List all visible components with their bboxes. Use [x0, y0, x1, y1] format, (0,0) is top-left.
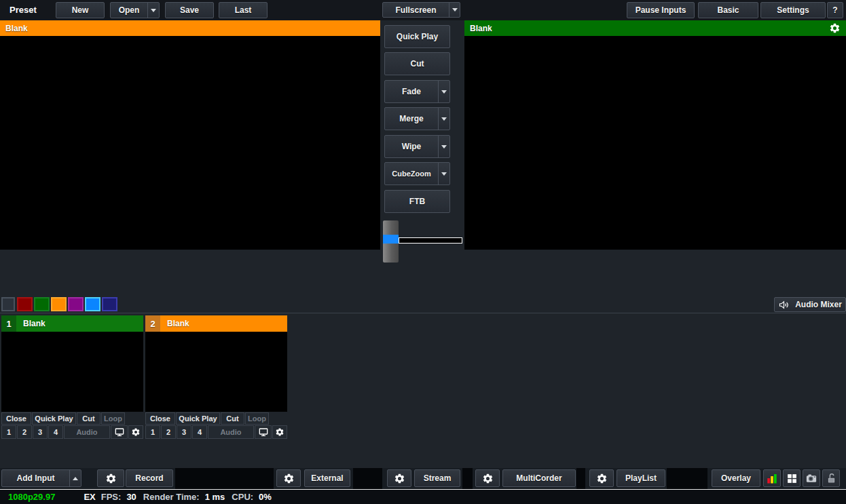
preview-window[interactable]: Blank: [0, 20, 380, 250]
bottom-toolbar: Add Input Record External Stream MultiCo…: [0, 468, 846, 489]
input-2-fullscreen-monitor-button[interactable]: [255, 425, 272, 439]
audio-levels-button[interactable]: [763, 469, 781, 487]
program-window[interactable]: Blank: [464, 20, 846, 250]
top-toolbar: Preset New Open Save Last Fullscreen Pau…: [0, 0, 846, 20]
color-swatch-navy[interactable]: [102, 297, 117, 311]
pause-inputs-button[interactable]: Pause Inputs: [627, 2, 695, 18]
input-1-video-thumbnail[interactable]: [1, 332, 143, 412]
color-swatch-purple[interactable]: [68, 297, 84, 311]
record-button[interactable]: Record: [126, 469, 173, 487]
input-2-settings-button[interactable]: [272, 425, 287, 439]
input-1-number: 1: [1, 315, 16, 332]
merge-label: Merge: [385, 114, 438, 123]
input-2-video-thumbnail[interactable]: [145, 332, 287, 412]
fps-value: 30: [126, 492, 136, 502]
wipe-button[interactable]: Wipe: [384, 135, 450, 158]
input-2-title-bar[interactable]: 2 Blank: [145, 315, 287, 332]
chevron-down-icon: [441, 117, 447, 121]
input-1-overlay-2-button[interactable]: 2: [17, 425, 32, 439]
chevron-down-icon: [441, 172, 447, 176]
input-2-cut-button[interactable]: Cut: [221, 412, 244, 425]
input-2-overlay-3-button[interactable]: 3: [177, 425, 191, 439]
external-button[interactable]: External: [304, 469, 350, 487]
output-resolution-label[interactable]: 1080p29.97: [8, 492, 55, 502]
color-swatch-red[interactable]: [17, 297, 33, 311]
audio-mixer-label: Audio Mixer: [795, 300, 842, 309]
input-2-loop-button[interactable]: Loop: [245, 412, 269, 425]
fade-dropdown[interactable]: [438, 81, 449, 102]
gear-icon: [596, 473, 608, 484]
input-1-settings-button[interactable]: [128, 425, 143, 439]
stream-settings-button[interactable]: [387, 469, 411, 487]
merge-dropdown[interactable]: [438, 108, 449, 130]
fade-button[interactable]: Fade: [384, 80, 450, 103]
chevron-down-icon: [441, 145, 447, 149]
open-preset-label: Open: [111, 5, 147, 15]
color-swatch-blue[interactable]: [85, 297, 100, 311]
external-settings-button[interactable]: [276, 469, 301, 487]
new-preset-button[interactable]: New: [56, 2, 105, 18]
cubezoom-dropdown[interactable]: [438, 163, 449, 185]
fullscreen-button[interactable]: Fullscreen: [382, 2, 460, 18]
record-settings-button[interactable]: [97, 469, 124, 487]
color-swatch-green[interactable]: [34, 297, 50, 311]
color-swatch-none[interactable]: [1, 297, 15, 311]
input-1-overlay-1-button[interactable]: 1: [1, 425, 16, 439]
transition-tbar-handle[interactable]: [383, 220, 399, 263]
add-input-dropup[interactable]: [69, 470, 81, 486]
program-settings-gear-icon[interactable]: [829, 22, 841, 34]
grid-layout-icon: [786, 473, 798, 484]
input-2-overlay-1-button[interactable]: 1: [145, 425, 160, 439]
input-1-audio-button[interactable]: Audio: [64, 425, 110, 439]
wipe-dropdown[interactable]: [438, 136, 449, 157]
cut-button[interactable]: Cut: [384, 52, 450, 75]
color-swatch-orange[interactable]: [51, 297, 67, 311]
input-1-fullscreen-monitor-button[interactable]: [111, 425, 128, 439]
input-1-title: Blank: [16, 319, 45, 328]
transition-panel: Quick Play Cut Fade Merge Wipe CubeZoom …: [380, 20, 464, 250]
input-1-overlay-4-button[interactable]: 4: [48, 425, 63, 439]
section-divider: [0, 313, 846, 313]
open-preset-button[interactable]: Open: [110, 2, 160, 18]
input-2-close-button[interactable]: Close: [145, 412, 175, 425]
save-preset-button[interactable]: Save: [165, 2, 214, 18]
merge-button[interactable]: Merge: [384, 107, 450, 130]
open-preset-dropdown[interactable]: [147, 3, 159, 18]
fullscreen-dropdown[interactable]: [449, 3, 460, 17]
multiview-layout-button[interactable]: [783, 469, 801, 487]
input-1-quick-play-button[interactable]: Quick Play: [32, 412, 76, 425]
input-1-title-bar[interactable]: 1 Blank: [1, 315, 143, 332]
input-1-cut-button[interactable]: Cut: [77, 412, 100, 425]
multicorder-settings-button[interactable]: [475, 469, 500, 487]
ftb-button[interactable]: FTB: [384, 190, 450, 213]
cubezoom-button[interactable]: CubeZoom: [384, 162, 450, 185]
input-2-overlay-4-button[interactable]: 4: [192, 425, 207, 439]
playlist-button[interactable]: PlayList: [617, 469, 665, 487]
fade-label: Fade: [385, 87, 438, 96]
help-button[interactable]: ?: [827, 2, 843, 18]
input-2-quick-play-button[interactable]: Quick Play: [176, 412, 220, 425]
gear-icon: [482, 473, 494, 484]
settings-button[interactable]: Settings: [760, 2, 826, 18]
input-1-close-button[interactable]: Close: [1, 412, 31, 425]
lock-interface-button[interactable]: [822, 469, 840, 487]
input-1-overlay-3-button[interactable]: 3: [33, 425, 48, 439]
input-2-overlay-2-button[interactable]: 2: [161, 425, 176, 439]
basic-mode-button[interactable]: Basic: [698, 2, 758, 18]
gear-icon: [131, 427, 141, 437]
input-1-loop-button[interactable]: Loop: [101, 412, 125, 425]
add-input-button[interactable]: Add Input: [1, 469, 81, 487]
chevron-down-icon: [452, 8, 458, 12]
quick-play-button[interactable]: Quick Play: [384, 25, 450, 48]
input-2-audio-button[interactable]: Audio: [208, 425, 254, 439]
audio-mixer-button[interactable]: Audio Mixer: [774, 297, 846, 312]
last-preset-button[interactable]: Last: [219, 2, 268, 18]
chevron-up-icon: [73, 477, 78, 480]
multicorder-button[interactable]: MultiCorder: [502, 469, 576, 487]
snapshot-button[interactable]: [803, 469, 820, 487]
overlay-button[interactable]: Overlay: [712, 469, 760, 487]
transition-tbar-track[interactable]: [399, 237, 462, 244]
render-time-label: Render Time:: [143, 492, 200, 502]
stream-button[interactable]: Stream: [414, 469, 460, 487]
playlist-settings-button[interactable]: [589, 469, 614, 487]
